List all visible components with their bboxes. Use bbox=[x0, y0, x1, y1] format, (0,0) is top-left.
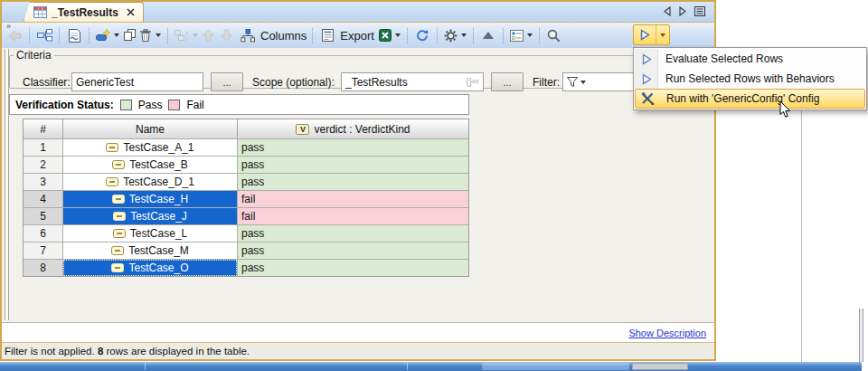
status-bar: Filter is not applied. 8 rows are displa… bbox=[2, 342, 714, 359]
table-row[interactable]: 3 TestCase_D_1 pass bbox=[24, 173, 468, 190]
verdict-cell[interactable]: pass bbox=[238, 243, 468, 259]
run-split-button[interactable] bbox=[633, 24, 670, 45]
testcase-icon bbox=[112, 160, 125, 169]
header-name[interactable]: Name bbox=[63, 119, 238, 138]
menu-item-label: Run Selected Rows with Behaviors bbox=[658, 72, 835, 85]
testcase-icon bbox=[113, 212, 126, 221]
collapse-criteria-button[interactable] bbox=[479, 25, 497, 45]
tab-list-icon[interactable] bbox=[694, 6, 705, 16]
testcase-name: TestCase_J bbox=[130, 210, 187, 223]
chevron-down-icon[interactable] bbox=[156, 33, 161, 37]
delete-button[interactable] bbox=[138, 25, 162, 45]
table-row-selected[interactable]: 4 TestCase_H fail bbox=[24, 190, 468, 207]
table-row[interactable]: 7 TestCase_M pass bbox=[24, 242, 468, 259]
play-icon bbox=[640, 29, 650, 41]
menu-item-run-config[interactable]: Run with 'GenericConfig' Config bbox=[635, 89, 865, 109]
strip-segment bbox=[145, 363, 146, 370]
open-in-tree-button[interactable] bbox=[35, 25, 53, 45]
verification-status-label: Verification Status: bbox=[15, 99, 114, 111]
refresh-button[interactable] bbox=[413, 25, 431, 45]
nav-prev-icon[interactable] bbox=[664, 6, 671, 16]
menu-item-run-behaviors[interactable]: Run Selected Rows with Behaviors bbox=[635, 69, 865, 89]
toolbar-separator bbox=[312, 28, 313, 43]
menu-item-label: Evaluate Selected Rows bbox=[658, 52, 783, 65]
move-rows-button[interactable] bbox=[174, 25, 199, 45]
test-results-table: # Name V verdict : VerdictKind 1 TestCas… bbox=[23, 119, 469, 277]
criteria-group: Criteria Classifier: GenericTest ... Sco… bbox=[9, 49, 709, 89]
play-icon bbox=[635, 73, 658, 85]
toolbar-separator bbox=[89, 28, 90, 43]
table-icon bbox=[33, 6, 47, 18]
generate-report-button[interactable] bbox=[65, 25, 83, 45]
table-row-selected[interactable]: 5 TestCase_J fail bbox=[24, 207, 468, 224]
nav-next-icon[interactable] bbox=[679, 6, 686, 16]
header-verdict-label: verdict : VerdictKind bbox=[314, 123, 410, 136]
verdict-cell[interactable]: pass bbox=[238, 174, 468, 190]
verdict-cell[interactable]: pass bbox=[238, 260, 468, 276]
export-excel-button[interactable] bbox=[378, 25, 401, 45]
table-row[interactable]: 1 TestCase_A_1 pass bbox=[24, 138, 468, 156]
header-verdict[interactable]: V verdict : VerdictKind bbox=[238, 119, 468, 138]
tab-title: _TestResults bbox=[52, 6, 118, 19]
settings-button[interactable] bbox=[443, 25, 467, 45]
copy-button[interactable] bbox=[120, 25, 138, 45]
table-row-selected[interactable]: 8 TestCase_O pass bbox=[24, 259, 468, 276]
fail-label: Fail bbox=[186, 99, 203, 111]
background-window-strip bbox=[0, 362, 862, 371]
show-description-link[interactable]: Show Description bbox=[628, 328, 706, 338]
verdict-cell[interactable]: fail bbox=[238, 208, 468, 224]
testcase-icon bbox=[106, 143, 118, 152]
toolbar-separator bbox=[503, 28, 504, 43]
toolbar-separator bbox=[407, 28, 408, 43]
chevron-down-icon[interactable] bbox=[461, 33, 467, 37]
chevron-down-icon[interactable] bbox=[580, 81, 586, 84]
verification-status-legend: Verification Status: Pass Fail bbox=[9, 94, 469, 115]
scope-field[interactable]: _TestResults {}ʷʸ bbox=[341, 72, 484, 91]
screen: _TestResults » bbox=[0, 0, 868, 371]
table-row[interactable]: 2 TestCase_B pass bbox=[24, 156, 468, 173]
close-icon[interactable] bbox=[126, 7, 136, 17]
export-button[interactable]: Export bbox=[340, 29, 374, 43]
classifier-label: Classifier: bbox=[23, 76, 71, 89]
header-num[interactable]: # bbox=[24, 119, 63, 138]
testcase-name: TestCase_D_1 bbox=[123, 176, 194, 188]
chevron-down-icon[interactable] bbox=[395, 33, 401, 37]
table-header: # Name V verdict : VerdictKind bbox=[24, 119, 468, 138]
run-button[interactable] bbox=[634, 25, 656, 44]
tab-testresults[interactable]: _TestResults bbox=[24, 2, 144, 22]
strip-segment bbox=[632, 363, 688, 370]
move-down-button[interactable] bbox=[217, 25, 235, 45]
verdict-cell[interactable]: fail bbox=[238, 191, 468, 207]
classifier-browse-button[interactable]: ... bbox=[211, 72, 243, 91]
tools-icon bbox=[636, 92, 659, 105]
testcase-name: TestCase_O bbox=[128, 262, 188, 274]
filter-funnel-icon bbox=[567, 77, 578, 87]
scope-value: _TestResults bbox=[345, 76, 408, 89]
create-element-button[interactable] bbox=[95, 25, 120, 45]
table-row[interactable]: 6 TestCase_L pass bbox=[24, 224, 468, 242]
legend-button[interactable] bbox=[509, 25, 533, 45]
testcase-icon bbox=[112, 195, 125, 204]
verdict-cell[interactable]: pass bbox=[238, 139, 468, 156]
toolbar-separator bbox=[59, 28, 60, 43]
criteria-row: Classifier: GenericTest ... Scope (optio… bbox=[10, 72, 708, 92]
chevron-down-icon[interactable] bbox=[527, 33, 533, 37]
search-button[interactable] bbox=[545, 25, 563, 45]
verdict-cell[interactable]: pass bbox=[238, 225, 468, 242]
chevron-down-icon[interactable] bbox=[114, 33, 119, 37]
move-up-button[interactable] bbox=[199, 25, 217, 45]
back-button[interactable] bbox=[5, 25, 24, 45]
criteria-legend: Criteria bbox=[14, 49, 54, 62]
panel-grip[interactable] bbox=[5, 49, 9, 320]
verdict-cell[interactable]: pass bbox=[238, 157, 468, 173]
menu-item-label: Run with 'GenericConfig' Config bbox=[659, 92, 819, 105]
toolbar-separator bbox=[437, 28, 438, 43]
run-menu-button[interactable] bbox=[656, 25, 668, 44]
testcase-icon bbox=[113, 229, 126, 238]
columns-button[interactable]: Columns bbox=[260, 29, 307, 43]
testcase-name: TestCase_M bbox=[128, 244, 189, 257]
scope-browse-button[interactable]: ... bbox=[491, 72, 524, 91]
menu-item-evaluate[interactable]: Evaluate Selected Rows bbox=[635, 49, 865, 69]
chevron-down-icon bbox=[193, 33, 198, 37]
classifier-field[interactable]: GenericTest bbox=[71, 72, 203, 91]
